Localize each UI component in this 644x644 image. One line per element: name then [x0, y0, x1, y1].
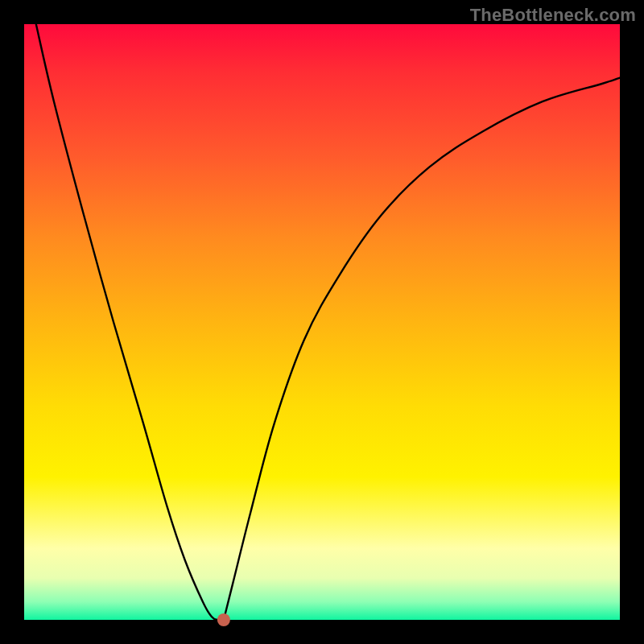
- minimum-marker: [217, 613, 230, 626]
- curve-left-branch: [36, 24, 224, 620]
- watermark-text: TheBottleneck.com: [470, 5, 636, 26]
- plot-area: [24, 24, 620, 620]
- chart-frame: TheBottleneck.com: [0, 0, 644, 644]
- curve-right-branch: [224, 78, 620, 620]
- bottleneck-curve: [24, 24, 620, 620]
